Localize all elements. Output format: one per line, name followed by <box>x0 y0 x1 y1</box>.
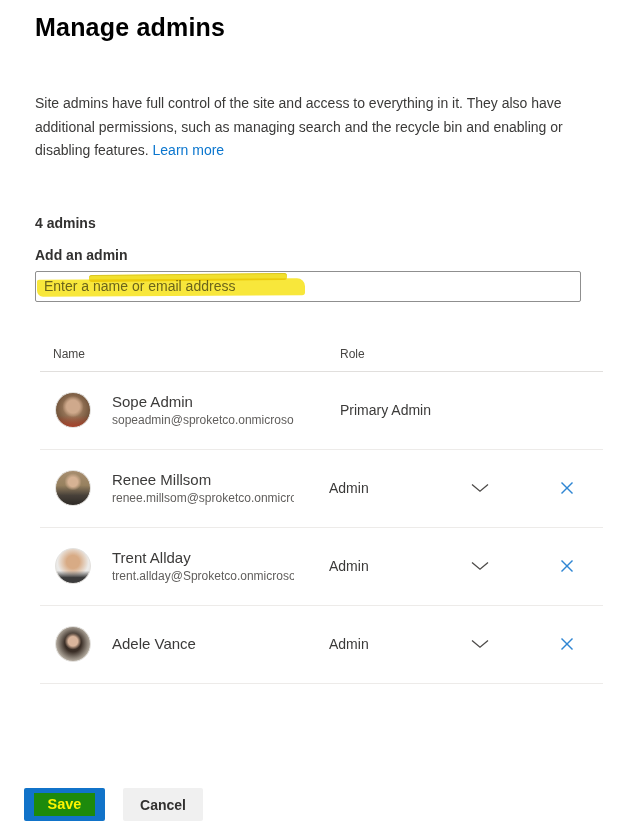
footer-actions: Save Cancel <box>24 788 203 821</box>
table-row: Sope Admin sopeadmin@sproketco.onmicroso… <box>40 372 603 450</box>
cancel-button[interactable]: Cancel <box>123 788 203 821</box>
role-select-value[interactable]: Admin <box>329 480 430 496</box>
admin-name: Sope Admin <box>112 392 294 412</box>
role-dropdown[interactable] <box>430 639 531 649</box>
admins-table: Name Role Sope Admin sopeadmin@sproketco… <box>40 337 603 684</box>
add-admin-input-wrap <box>35 271 581 302</box>
avatar <box>55 470 91 506</box>
description-text: Site admins have full control of the sit… <box>35 95 563 158</box>
add-admin-label: Add an admin <box>35 247 622 263</box>
avatar <box>55 392 91 428</box>
chevron-down-icon <box>471 561 489 571</box>
avatar <box>55 548 91 584</box>
close-icon <box>560 481 574 495</box>
close-icon <box>560 637 574 651</box>
remove-admin-button[interactable] <box>556 555 578 577</box>
table-header: Name Role <box>40 337 603 372</box>
save-label: Save <box>34 793 96 816</box>
remove-admin-button[interactable] <box>556 633 578 655</box>
admin-identity: Adele Vance <box>40 626 329 662</box>
remove-admin-button[interactable] <box>556 477 578 499</box>
page-title: Manage admins <box>0 0 622 42</box>
role-dropdown[interactable] <box>430 483 531 493</box>
role-select-value[interactable]: Admin <box>329 636 430 652</box>
table-row: Adele Vance Admin <box>40 606 603 684</box>
admin-email: sopeadmin@sproketco.onmicroso <box>112 412 294 428</box>
admin-email: renee.millsom@sproketco.onmicro <box>112 490 294 506</box>
avatar <box>55 626 91 662</box>
chevron-down-icon <box>471 483 489 493</box>
close-icon <box>560 559 574 573</box>
role-value: Primary Admin <box>340 402 445 418</box>
role-select-value[interactable]: Admin <box>329 558 430 574</box>
table-row: Renee Millsom renee.millsom@sproketco.on… <box>40 450 603 528</box>
save-button[interactable]: Save <box>24 788 105 821</box>
admin-count: 4 admins <box>35 215 622 231</box>
description: Site admins have full control of the sit… <box>35 92 575 163</box>
chevron-down-icon <box>471 639 489 649</box>
admin-identity: Renee Millsom renee.millsom@sproketco.on… <box>40 470 329 506</box>
table-row: Trent Allday trent.allday@Sproketco.onmi… <box>40 528 603 606</box>
column-header-role: Role <box>340 347 450 361</box>
add-admin-input[interactable] <box>35 271 581 302</box>
column-header-name: Name <box>40 347 340 361</box>
admin-identity: Trent Allday trent.allday@Sproketco.onmi… <box>40 548 329 584</box>
admin-email: trent.allday@Sproketco.onmicroso <box>112 568 294 584</box>
admin-name: Adele Vance <box>112 634 196 654</box>
admin-name: Trent Allday <box>112 548 294 568</box>
role-dropdown[interactable] <box>430 561 531 571</box>
learn-more-link[interactable]: Learn more <box>153 142 225 158</box>
admin-name: Renee Millsom <box>112 470 294 490</box>
manage-admins-panel: Manage admins Site admins have full cont… <box>0 0 622 832</box>
admin-identity: Sope Admin sopeadmin@sproketco.onmicroso <box>40 392 340 428</box>
